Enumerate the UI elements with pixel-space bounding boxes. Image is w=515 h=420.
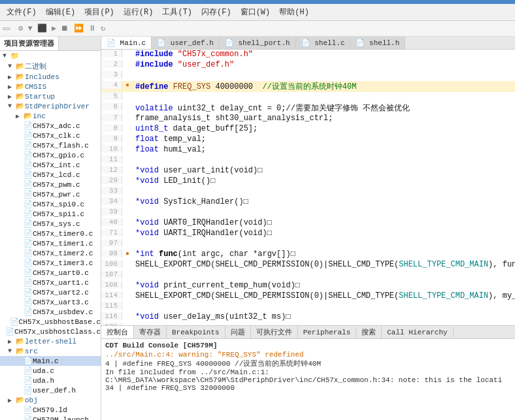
line-content: SHELL_EXPORT_CMD(SHELL_CMD_PERMISSION(0)… xyxy=(133,291,515,300)
menu-item-编辑(E)[interactable]: 编辑(E) xyxy=(42,5,80,19)
tree-root[interactable]: ▼ 📁 xyxy=(0,51,101,61)
bottom-tab-控制台[interactable]: 控制台 xyxy=(101,326,134,338)
code-line: 107 xyxy=(101,270,515,281)
file-icon: 📄 xyxy=(10,317,19,326)
file-icon: 📄 xyxy=(24,200,33,208)
panel-tab-project[interactable]: 项目资源管理器 xyxy=(0,37,59,50)
tree-node-arrow: ▼ xyxy=(8,103,16,110)
bottom-tab-问题[interactable]: 问题 xyxy=(225,326,251,338)
tree-node[interactable]: ▶📂letter-shell xyxy=(0,336,101,346)
tree-node[interactable]: ▼📂二进制 xyxy=(0,61,101,72)
tree-node[interactable]: ▼📂StdPeriphDriver xyxy=(0,101,101,111)
tree-node-label: letter-shell xyxy=(25,338,76,346)
tree-node-label: inc xyxy=(33,112,46,120)
tree-node[interactable]: 📄CH57x_uart3.c xyxy=(0,297,101,307)
tree-node[interactable]: 📄CH57x_timer0.c xyxy=(0,229,101,238)
editor-tab-shell-c[interactable]: 📄 shell.c xyxy=(296,37,351,49)
menu-item-项目(P)[interactable]: 项目(P) xyxy=(80,5,118,19)
tree-node[interactable]: ▼📂src xyxy=(0,346,101,356)
tree-node[interactable]: 📄uda.c xyxy=(0,366,101,376)
toolbar-debug[interactable] xyxy=(3,27,10,30)
tree-node[interactable]: 📄CH57x_pwm.c xyxy=(0,180,101,189)
tree-node[interactable]: 📄CH579.ld xyxy=(0,405,101,415)
tree-node[interactable]: ▶📂obj xyxy=(0,395,101,405)
tree-node[interactable]: ▶📂Startup xyxy=(0,91,101,101)
bottom-tab-搜索[interactable]: 搜索 xyxy=(356,326,382,338)
tree-node[interactable]: 📄CH579M.launch xyxy=(0,415,101,420)
file-icon: 📄 xyxy=(24,239,33,248)
bottom-tab-可执行文件[interactable]: 可执行文件 xyxy=(251,326,298,338)
line-content: *void UART0_IRQHandler(void)□ xyxy=(133,218,515,227)
tree-node-label: CH57x_pwm.c xyxy=(33,181,80,189)
editor-tab-shell_port-h[interactable]: 📄 shell_port.h xyxy=(220,37,296,49)
line-content: *void UART1_IRQHandler(void)□ xyxy=(133,229,515,238)
tree-node[interactable]: 📄CH57x_timer1.c xyxy=(0,238,101,248)
tree-node[interactable]: ▶📂CMSIS xyxy=(0,82,101,91)
tree-node-label: CH57x_spi1.c xyxy=(33,210,84,218)
menu-item-闪存(F)[interactable]: 闪存(F) xyxy=(197,5,235,19)
tree-node[interactable]: ▶📂Includes xyxy=(0,72,101,82)
tree-node-label: CH57x_sys.c xyxy=(33,220,80,228)
editor-tab-shell-h[interactable]: 📄 shell.h xyxy=(350,37,405,49)
tree-node-label: Includes xyxy=(25,73,59,81)
code-editor[interactable]: 1#include "CH57x_common.h"2#include "use… xyxy=(101,50,515,325)
tree-area[interactable]: ▼ 📁 ▼📂二进制▶📂Includes▶📂CMSIS▶📂Startup▼📂Std… xyxy=(0,51,101,420)
tree-node-label: CH57x_timer3.c xyxy=(33,259,93,267)
file-icon: 📄 xyxy=(24,249,33,257)
tree-node[interactable]: 📄CH57x_int.c xyxy=(0,160,101,170)
bottom-tab-Peripherals[interactable]: Peripherals xyxy=(298,327,357,338)
editor-tab-Main-c[interactable]: 📄 Main.c xyxy=(101,37,152,49)
tree-node[interactable]: 📄CH57x_flash.c xyxy=(0,140,101,150)
tree-node-label: CH57x_pwr.c xyxy=(33,191,80,199)
tree-node[interactable]: 📄CH57x_spi1.c xyxy=(0,209,101,219)
tree-node[interactable]: ▶📂inc xyxy=(0,111,101,121)
tree-node[interactable]: 📄CH57x_uart2.c xyxy=(0,287,101,297)
tree-node[interactable]: 📄CH57x_lcd.c xyxy=(0,170,101,180)
code-line: 9float temp_val; xyxy=(101,135,515,145)
editor-tab-user_def-h[interactable]: 📄 user_def.h xyxy=(152,37,220,49)
tree-node[interactable]: 📄CH57x_usbdev.c xyxy=(0,307,101,317)
code-line: 116*void user_delay_ms(uint32_t ms)□ xyxy=(101,312,515,323)
folder-icon: 📂 xyxy=(24,112,33,120)
tree-node-label: src xyxy=(25,347,38,355)
line-content: *void LED_init()□ xyxy=(133,176,515,186)
tree-node[interactable]: 📄CH57x_adc.c xyxy=(0,121,101,131)
tree-node[interactable]: 📄CH57x_usbhostClass.c xyxy=(0,327,101,336)
file-icon: 📄 xyxy=(24,259,33,267)
line-content: #include "user_def.h" xyxy=(133,60,515,69)
menu-item-工具(T)[interactable]: 工具(T) xyxy=(158,5,196,19)
menu-item-运行(R)[interactable]: 运行(R) xyxy=(120,5,158,19)
tree-node[interactable]: 📄CH57x_uart1.c xyxy=(0,278,101,287)
tree-node-arrow: ▶ xyxy=(8,93,16,101)
tree-node[interactable]: 📄uda.h xyxy=(0,376,101,385)
file-icon: 📄 xyxy=(5,327,14,336)
bottom-tab-Breakpoints[interactable]: Breakpoints xyxy=(167,327,225,338)
tree-node-label: CH57x_timer1.c xyxy=(33,240,93,248)
tree-node-label: CH57x_clk.c xyxy=(33,132,80,140)
file-icon: 📄 xyxy=(24,131,33,140)
tree-node[interactable]: 📄CH57x_timer2.c xyxy=(0,248,101,258)
tree-node[interactable]: 📄CH57x_clk.c xyxy=(0,131,101,140)
project-icon: 📁 xyxy=(10,52,20,60)
bottom-tabs: 控制台寄存器Breakpoints问题可执行文件Peripherals搜索Cal… xyxy=(101,326,515,339)
bottom-tab-寄存器[interactable]: 寄存器 xyxy=(134,326,167,338)
line-number: 108 xyxy=(101,281,122,289)
tree-node-label: CH579M.launch xyxy=(33,416,89,421)
tree-node[interactable]: 📄user_def.h xyxy=(0,385,101,395)
tree-node[interactable]: 📄CH57x_gpio.c xyxy=(0,150,101,160)
tree-node[interactable]: 📄CH57x_uart0.c xyxy=(0,268,101,278)
tree-node[interactable]: 📄Main.c xyxy=(0,356,101,366)
tree-node-label: CH57x_timer0.c xyxy=(33,230,93,238)
tree-node[interactable]: 📄CH57x_sys.c xyxy=(0,219,101,229)
menu-item-帮助(H)[interactable]: 帮助(H) xyxy=(275,5,313,19)
menu-item-文件(F)[interactable]: 文件(F) xyxy=(3,5,41,19)
tree-node[interactable]: 📄CH57x_spi0.c xyxy=(0,199,101,209)
menu-item-窗口(W)[interactable]: 窗口(W) xyxy=(237,5,274,19)
tree-node[interactable]: 📄CH57x_pwr.c xyxy=(0,189,101,199)
bottom-tab-Call Hierarchy[interactable]: Call Hierarchy xyxy=(382,327,453,338)
tree-node[interactable]: 📄CH57x_timer3.c xyxy=(0,258,101,268)
folder-icon: 📂 xyxy=(16,102,25,110)
tree-node[interactable]: 📄CH57x_usbhostBase.c xyxy=(0,317,101,327)
tree-node-label: uda.c xyxy=(33,367,54,375)
line-content: volatile uint32_t delay_cnt = 0;//需要加关键字… xyxy=(133,103,515,114)
